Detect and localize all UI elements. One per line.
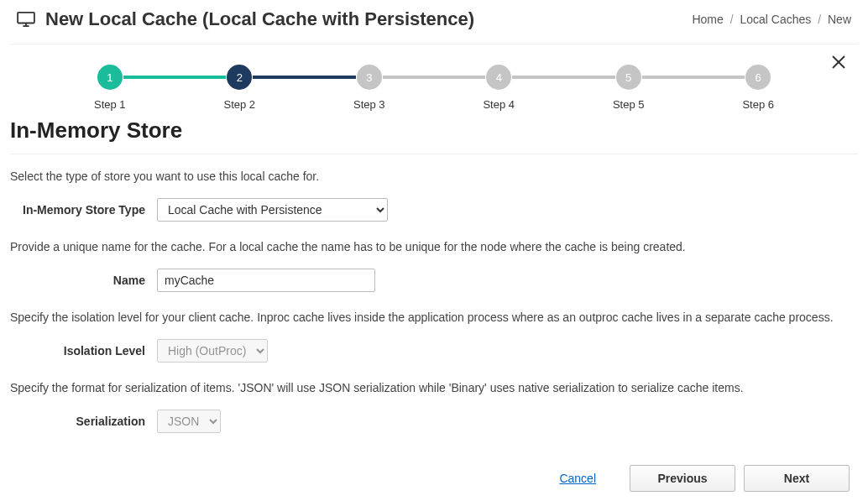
step-3[interactable]: 3 Step 3 [353,65,385,111]
previous-button[interactable]: Previous [630,465,735,492]
step-label: Step 5 [613,98,645,111]
breadcrumb-separator: / [818,13,821,26]
stepper: 1 Step 1 2 Step 2 3 Step 3 4 Step 4 5 St… [10,50,858,117]
serialization-row: Serialization JSON [10,410,858,433]
step-4[interactable]: 4 Step 4 [483,65,515,111]
step-label: Step 6 [742,98,774,111]
step-label: Step 1 [94,98,126,111]
form-body: Select the type of store you want to use… [10,170,858,433]
breadcrumb-item-home[interactable]: Home [692,13,723,26]
store-type-label: In-Memory Store Type [10,203,157,217]
store-type-row: In-Memory Store Type Local Cache with Pe… [10,198,858,222]
step-connector [123,76,227,79]
header-bar: New Local Cache (Local Cache with Persis… [0,0,868,39]
store-type-help: Select the type of store you want to use… [10,170,858,183]
step-connector [512,76,615,79]
breadcrumb-item-local-caches[interactable]: Local Caches [740,13,811,26]
close-icon[interactable] [828,51,850,76]
step-circle: 6 [745,65,771,90]
next-button[interactable]: Next [744,465,850,492]
step-label: Step 4 [483,98,515,111]
header-left: New Local Cache (Local Cache with Persis… [17,8,474,30]
step-circle: 3 [357,65,382,90]
step-label: Step 3 [353,98,385,111]
serialization-select: JSON [157,410,221,433]
step-1[interactable]: 1 Step 1 [94,65,126,111]
svg-rect-0 [18,13,34,23]
name-label: Name [10,274,157,287]
isolation-help: Specify the isolation level for your cli… [10,311,858,324]
step-connector [642,76,745,79]
name-help: Provide a unique name for the cache. For… [10,240,858,253]
step-label: Step 2 [223,98,255,111]
page-title: New Local Cache (Local Cache with Persis… [45,8,474,30]
isolation-label: Isolation Level [10,344,157,357]
step-circle: 2 [227,65,252,90]
serialization-help: Specify the format for serialization of … [10,381,858,394]
breadcrumb: Home / Local Caches / New [692,13,851,26]
isolation-row: Isolation Level High (OutProc) [10,339,858,363]
cancel-link[interactable]: Cancel [559,472,596,485]
footer-actions: Cancel Previous Next [10,451,858,501]
breadcrumb-item-new: New [828,13,851,26]
section-heading: In-Memory Store [10,117,858,154]
monitor-icon [17,12,35,27]
serialization-label: Serialization [10,415,157,428]
step-circle: 4 [486,65,511,90]
step-connector [253,76,356,79]
step-connector [383,76,486,79]
name-row: Name [10,269,858,292]
breadcrumb-separator: / [730,13,734,26]
name-input[interactable] [157,269,375,292]
step-circle: 5 [616,65,641,90]
step-2[interactable]: 2 Step 2 [223,65,255,111]
step-6[interactable]: 6 Step 6 [742,65,774,111]
wizard-container: 1 Step 1 2 Step 2 3 Step 3 4 Step 4 5 St… [10,44,858,501]
step-5[interactable]: 5 Step 5 [613,65,645,111]
store-type-select[interactable]: Local Cache with Persistence [157,198,388,222]
isolation-select: High (OutProc) [157,339,268,363]
step-circle: 1 [97,65,123,90]
